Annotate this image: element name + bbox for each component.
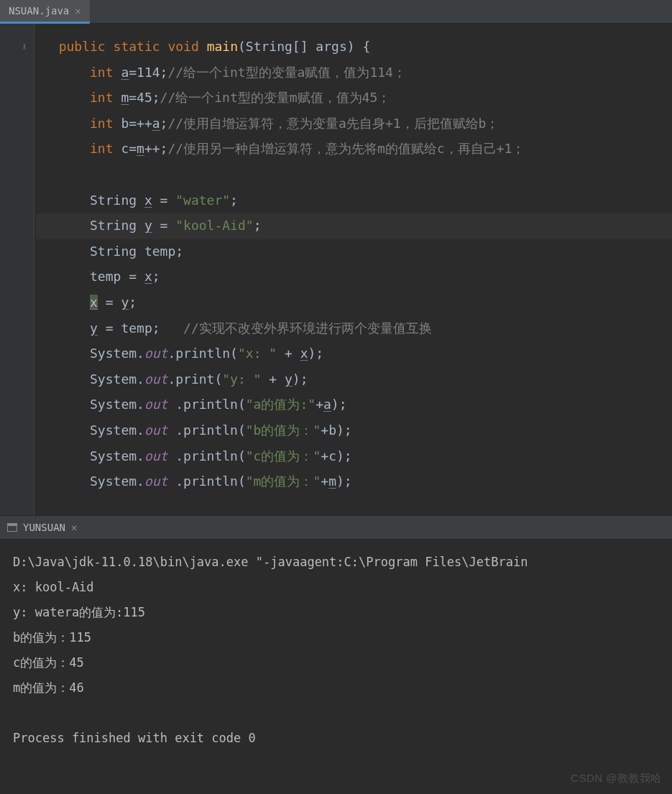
console-line: Process finished with exit code 0 (13, 726, 659, 751)
code-editor[interactable]: ⇩ public static void main(String[] args)… (0, 24, 672, 515)
run-config-icon (7, 523, 17, 532)
console-line: D:\Java\jdk-11.0.18\bin\java.exe "-javaa… (13, 550, 659, 575)
code-content: public static void main(String[] args) {… (0, 24, 672, 494)
run-config-label[interactable]: YUNSUAN (23, 522, 65, 533)
editor-tab-bar: NSUAN.java ✕ (0, 0, 672, 24)
run-console-header: YUNSUAN ✕ (0, 515, 672, 540)
console-line: x: kool-Aid (13, 575, 659, 600)
console-line: m的值为：46 (13, 675, 659, 701)
watermark-text: CSDN @教教我哈 (571, 772, 662, 785)
console-line: b的值为：115 (13, 625, 659, 650)
close-icon[interactable]: ✕ (71, 522, 77, 533)
file-tab[interactable]: NSUAN.java ✕ (0, 0, 90, 24)
console-line: y: watera的值为:115 (13, 600, 659, 625)
console-line: c的值为：45 (13, 650, 659, 675)
console-line (13, 701, 659, 726)
file-tab-label: NSUAN.java (9, 5, 69, 17)
close-icon[interactable]: ✕ (75, 5, 80, 17)
run-console[interactable]: D:\Java\jdk-11.0.18\bin\java.exe "-javaa… (0, 540, 672, 794)
